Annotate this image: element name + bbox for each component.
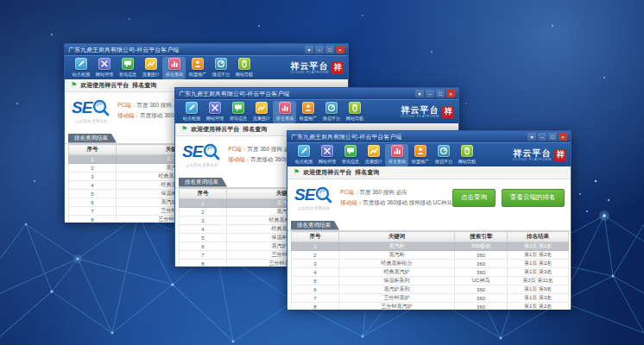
toolbar-item-rank-query[interactable]: 排名查询	[273, 101, 296, 123]
flag-icon: ⚑	[294, 169, 300, 176]
table-row[interactable]: 1蒸汽柜360移动第1页 第1名	[292, 242, 569, 251]
table-row[interactable]: 4经典蒸汽炉360第1页 第3名	[292, 268, 569, 277]
toolbar-item-wechat-platform[interactable]: 微信平台	[319, 101, 343, 123]
toolbar-item-alliance-promo[interactable]: 联盟推广	[408, 144, 432, 166]
toolbar-item-rank-query[interactable]: 排名查询	[162, 57, 186, 79]
breadcrumb: ⚑ 欢迎使用祥云平台 排名查询	[287, 166, 571, 179]
window-titlebar[interactable]: 广东九鼎王厨具有限公司-祥云平台客户端 ▾ – □ ×	[287, 131, 571, 142]
tools-icon	[98, 58, 110, 70]
action-buttons: 点击查询 查看云端的排名	[452, 189, 565, 207]
engine-cell: 360	[455, 268, 508, 277]
user-icon	[302, 102, 314, 114]
skin-button[interactable]: ▾	[305, 46, 313, 53]
maximize-button[interactable]: □	[548, 133, 557, 141]
tab-rank-results[interactable]: 排名查询结果	[68, 134, 117, 143]
no-cell: 3	[69, 172, 117, 181]
skin-button[interactable]: ▾	[415, 90, 424, 97]
bar-chart-icon	[168, 58, 180, 70]
skin-button[interactable]: ▾	[527, 133, 536, 141]
toolbar-item-traffic-stats[interactable]: 流量统计	[362, 144, 385, 166]
toolbar-item-site-nav[interactable]: 网站导航	[343, 101, 366, 123]
maximize-button[interactable]: □	[325, 46, 334, 53]
toolbar-item-info[interactable]: 资讯信息	[338, 144, 362, 166]
close-button[interactable]: ×	[559, 133, 567, 141]
brand-seal: 祥	[554, 149, 566, 161]
toolbar-item-alliance-promo[interactable]: 联盟推广	[296, 101, 319, 123]
brand: 祥云平台 CLOUD PLATFORM 祥	[401, 106, 454, 118]
window-titlebar[interactable]: 广东九鼎王厨具有限公司-祥云平台客户端 ▾ – □ ×	[175, 88, 458, 99]
table-body: 1蒸汽柜360移动第1页 第1名2蒸汽柜360第1页 第2名3经典蒸柜组合360…	[292, 242, 569, 310]
rank-cell: 第1页 第9名	[508, 285, 569, 294]
keyword-cell: 蒸汽柜	[338, 242, 454, 251]
keyword-cell: 保温柜系列	[338, 277, 454, 285]
table-row[interactable]: 8三分钟蒸汽炉360第1页 第2名	[292, 303, 569, 310]
flag-icon: ⚑	[181, 126, 187, 133]
line-chart-icon	[145, 58, 157, 70]
toolbar-item-site-manage[interactable]: 网站管理	[92, 57, 116, 79]
breadcrumb-page: 排名查询	[243, 125, 267, 134]
toolbar-item-site-check[interactable]: 站点检测	[69, 57, 92, 79]
minimize-button[interactable]: –	[538, 133, 546, 141]
toolbar: 站点检测 网站管理 资讯信息 流量统计 排名查询 联盟推广	[175, 99, 458, 123]
keyword-cell: 三分钟蒸汽炉	[338, 303, 454, 310]
maximize-button[interactable]: □	[436, 90, 445, 97]
toolbar-item-wechat-platform[interactable]: 微信平台	[209, 57, 232, 79]
toolbar-item-traffic-stats[interactable]: 流量统计	[249, 101, 273, 123]
table-row[interactable]: 3经典蒸柜组合360第1页 第2名	[292, 260, 569, 268]
seo-logo: SE 点击查询 查看排名	[294, 185, 333, 210]
tools-icon	[321, 145, 333, 157]
toolbar-item-site-manage[interactable]: 网站管理	[203, 101, 226, 123]
header-rank: 排名结果	[508, 232, 569, 242]
table-row[interactable]: 5保温柜系列UC神马第2页 第11名	[292, 277, 569, 285]
table-row[interactable]: 6蒸汽炉系列360第1页 第9名	[292, 285, 569, 294]
toolbar-item-site-nav[interactable]: 网站导航	[455, 144, 478, 166]
keyword-cell: 蒸汽炉系列	[338, 285, 454, 294]
breadcrumb-page: 排名查询	[132, 81, 156, 90]
brand-name: 祥云平台	[401, 106, 439, 115]
window-titlebar[interactable]: 广东九鼎王厨具有限公司-祥云平台客户端 ▾ – □ ×	[65, 44, 348, 55]
window-controls: ▾ – □ ×	[415, 90, 455, 97]
brand-subtitle: CLOUD PLATFORM	[401, 115, 439, 118]
no-cell: 1	[180, 199, 227, 208]
compass-icon	[438, 145, 450, 157]
table-row[interactable]: 2蒸汽柜360第1页 第2名	[292, 251, 569, 260]
header-keyword: 关键词	[338, 232, 454, 242]
seo-logo: SE 点击查询 查看排名	[72, 98, 110, 123]
breadcrumb-welcome: 欢迎使用祥云平台	[303, 168, 351, 177]
window-title: 广东九鼎王厨具有限公司-祥云平台客户端	[68, 46, 179, 54]
toolbar-item-traffic-stats[interactable]: 流量统计	[139, 57, 162, 79]
close-button[interactable]: ×	[336, 46, 344, 53]
toolbar-item-site-check[interactable]: 站点检测	[180, 101, 203, 123]
no-cell: 5	[292, 277, 339, 285]
toolbar-item-site-nav[interactable]: 网站导航	[232, 57, 256, 79]
brand-subtitle: CLOUD PLATFORM	[513, 158, 552, 161]
toolbar-item-site-check[interactable]: 站点检测	[292, 144, 315, 166]
message-icon	[122, 58, 134, 70]
engine-info: PC端：百度 360 搜狗 必应 移动端：百度移动 360移动 搜狗移动 UC神…	[340, 187, 452, 207]
query-button[interactable]: 点击查询	[452, 189, 496, 207]
no-cell: 4	[69, 181, 117, 190]
minimize-button[interactable]: –	[315, 46, 324, 53]
toolbar-item-info[interactable]: 资讯信息	[226, 101, 249, 123]
toolbar-item-info[interactable]: 资讯信息	[116, 57, 139, 79]
pencil-icon	[298, 145, 310, 157]
engine-cell: 360移动	[455, 242, 508, 251]
rank-cell: 第1页 第2名	[508, 303, 569, 310]
table-row[interactable]: 7三分钟蒸炉360第1页 第3名	[292, 294, 569, 303]
brand-subtitle: CLOUD PLATFORM	[290, 71, 329, 74]
view-cloud-rank-button[interactable]: 查看云端的排名	[502, 189, 565, 207]
no-cell: 4	[292, 268, 339, 277]
tab-rank-results[interactable]: 排名查询结果	[179, 178, 227, 187]
toolbar-item-wechat-platform[interactable]: 微信平台	[432, 144, 455, 166]
brand-seal: 祥	[331, 62, 344, 74]
close-button[interactable]: ×	[446, 90, 455, 97]
rank-cell: 第1页 第2名	[508, 260, 569, 268]
minimize-button[interactable]: –	[426, 90, 434, 97]
tab-rank-results[interactable]: 排名查询结果	[291, 221, 339, 230]
toolbar-item-alliance-promo[interactable]: 联盟推广	[186, 57, 209, 79]
line-chart-icon	[368, 145, 380, 157]
window-content: SE 点击查询 查看排名 PC端：百度 360 搜狗 必应 移动端：百度移动 3…	[287, 179, 571, 310]
toolbar-item-rank-query[interactable]: 排名查询	[385, 144, 408, 166]
message-icon	[232, 102, 244, 114]
toolbar-item-site-manage[interactable]: 网站管理	[315, 144, 338, 166]
